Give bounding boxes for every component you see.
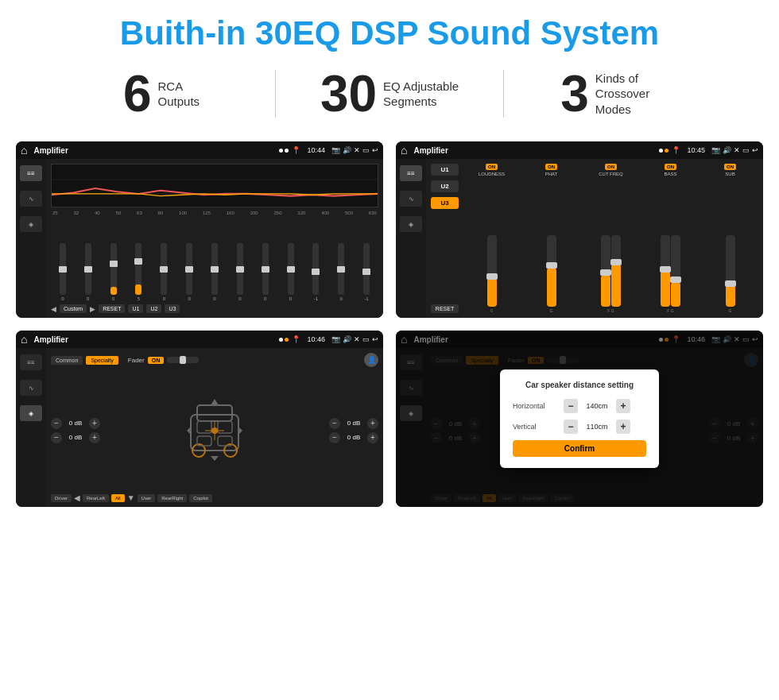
speaker-icon-2[interactable]: ◈ <box>400 216 422 232</box>
speaker-icon-3[interactable]: ◈ <box>20 405 42 421</box>
cutfreq-slider-g[interactable] <box>611 235 621 307</box>
home-icon[interactable]: ⌂ <box>21 144 27 157</box>
db-plus-1[interactable]: + <box>89 418 100 429</box>
user-btn[interactable]: User <box>138 494 156 502</box>
reset-btn-eq[interactable]: RESET <box>99 304 125 313</box>
speaker-icon[interactable]: ◈ <box>20 216 42 232</box>
tab-common[interactable]: Common <box>51 356 83 365</box>
eq-icon[interactable]: ≡≡ <box>20 165 42 181</box>
ch-sub: ON SUB G <box>702 164 758 313</box>
vertical-plus[interactable]: + <box>616 420 630 434</box>
status-icons-1: 📷 🔊 ✕ ▭ ↩ <box>331 146 378 154</box>
ch-cutfreq: ON CUT FREQ <box>583 164 639 313</box>
on-phat[interactable]: ON <box>545 164 557 170</box>
db-row-3: − 0 dB + <box>329 418 378 429</box>
u3-btn-eq[interactable]: U3 <box>165 304 180 313</box>
dot-6 <box>285 338 289 342</box>
fader-label: Fader <box>128 357 145 364</box>
x-icon-2: ✕ <box>734 146 740 154</box>
screen-fader: ⌂ Amplifier 📍 10:46 📷 🔊 ✕ ▭ ↩ ≡≡ ∿ ◈ <box>16 331 383 507</box>
on-sub[interactable]: ON <box>724 164 736 170</box>
u1-btn-eq[interactable]: U1 <box>128 304 143 313</box>
wave-icon-2[interactable]: ∿ <box>400 191 422 207</box>
on-bass[interactable]: ON <box>665 164 676 170</box>
eq-icon-2[interactable]: ≡≡ <box>400 165 422 181</box>
dot-3 <box>659 149 663 153</box>
db-minus-4[interactable]: − <box>329 432 340 443</box>
camera-icon: 📷 <box>331 146 340 154</box>
prev-icon[interactable]: ◀ <box>51 305 56 313</box>
rearright-btn[interactable]: RearRight <box>157 494 187 502</box>
u2-btn-eq[interactable]: U2 <box>146 304 161 313</box>
svg-rect-5 <box>197 405 232 421</box>
xover-channels: ON LOUDNESS 0 <box>463 164 758 313</box>
db-minus-3[interactable]: − <box>329 418 340 429</box>
reset-btn-xover[interactable]: RESET <box>431 304 459 313</box>
u3-btn[interactable]: U3 <box>431 197 459 209</box>
on-cutfreq[interactable]: ON <box>605 164 617 170</box>
stat-rca-label: RCA Outputs <box>158 79 200 110</box>
vertical-minus[interactable]: − <box>564 420 578 434</box>
person-icon[interactable]: 👤 <box>364 353 378 367</box>
u1-btn[interactable]: U1 <box>431 164 459 176</box>
driver-btn[interactable]: Driver <box>51 494 72 502</box>
eq-icon-3[interactable]: ≡≡ <box>20 354 42 370</box>
home-icon-2[interactable]: ⌂ <box>401 144 407 157</box>
statusbar-1: ⌂ Amplifier 📍 10:44 📷 🔊 ✕ ▭ ↩ <box>16 141 383 159</box>
screen2-title: Amplifier <box>413 146 656 155</box>
phat-slider[interactable] <box>547 235 556 307</box>
dot-4 <box>665 149 669 153</box>
db-plus-3[interactable]: + <box>367 418 378 429</box>
side-icons-1: ≡≡ ∿ ◈ <box>16 159 46 318</box>
screen3-body: ≡≡ ∿ ◈ Common Specialty Fader ON 👤 <box>16 348 383 507</box>
window-icon-2: ▭ <box>742 146 750 154</box>
db-minus-1[interactable]: − <box>51 418 62 429</box>
status-icons-3: 📷 🔊 ✕ ▭ ↩ <box>331 335 378 343</box>
fader-main: − 0 dB + − 0 dB + <box>51 370 378 490</box>
bass-slider-g[interactable] <box>671 235 680 307</box>
fader-slider[interactable] <box>167 357 199 363</box>
u2-btn[interactable]: U2 <box>431 180 459 192</box>
horizontal-stepper: − 140cm + <box>564 399 630 413</box>
loudness-slider[interactable] <box>487 235 497 307</box>
dialog-title: Car speaker distance setting <box>513 381 646 389</box>
fader-on-btn[interactable]: ON <box>148 357 165 364</box>
fader-top-bar: Common Specialty Fader ON 👤 <box>51 353 378 367</box>
svg-marker-18 <box>238 427 242 435</box>
stat-crossover-number: 3 <box>560 68 589 119</box>
bass-slider-f[interactable] <box>661 235 670 307</box>
db-val-4: 0 dB <box>343 434 365 441</box>
ch-loudness: ON LOUDNESS 0 <box>463 164 520 313</box>
screen1-time: 10:44 <box>307 146 325 154</box>
confirm-button[interactable]: Confirm <box>513 440 646 457</box>
on-loudness[interactable]: ON <box>486 164 498 170</box>
home-icon-3[interactable]: ⌂ <box>21 333 27 346</box>
back-icon-2[interactable]: ↩ <box>752 146 758 154</box>
volume-icon-3: 🔊 <box>343 335 351 343</box>
dialog-overlay: Car speaker distance setting Horizontal … <box>396 331 763 507</box>
screen-crossover: ⌂ Amplifier 📍 10:45 📷 🔊 ✕ ▭ ↩ ≡≡ ∿ ◈ <box>396 141 763 318</box>
play-icon[interactable]: ▶ <box>90 305 95 313</box>
db-minus-2[interactable]: − <box>51 432 62 443</box>
eq-panel: 2532 4050 6380 100125 160200 250320 4005… <box>46 159 383 318</box>
page-title: Buith-in 30EQ DSP Sound System <box>0 0 779 60</box>
all-btn[interactable]: All <box>111 494 125 502</box>
custom-btn[interactable]: Custom <box>60 304 87 313</box>
horizontal-label: Horizontal <box>513 402 560 410</box>
horizontal-minus[interactable]: − <box>564 399 578 413</box>
back-icon-3[interactable]: ↩ <box>372 335 378 343</box>
tab-specialty[interactable]: Specialty <box>86 356 118 365</box>
db-plus-4[interactable]: + <box>367 432 378 443</box>
cutfreq-slider-f[interactable] <box>601 235 610 307</box>
eq-slider-2: 0 <box>110 243 117 301</box>
copilot-btn[interactable]: Copilot <box>189 494 212 502</box>
wave-icon-3[interactable]: ∿ <box>20 380 42 396</box>
db-plus-2[interactable]: + <box>89 432 100 443</box>
eq-slider-9: 0 <box>288 243 294 301</box>
screen-distance: ⌂ Amplifier 📍 10:46 📷 🔊 ✕ ▭ ↩ ≡≡ ∿ ◈ <box>396 331 763 507</box>
sub-slider[interactable] <box>726 235 735 307</box>
wave-icon[interactable]: ∿ <box>20 191 42 207</box>
rearleft-btn[interactable]: RearLeft <box>83 494 109 502</box>
horizontal-plus[interactable]: + <box>616 399 630 413</box>
back-icon[interactable]: ↩ <box>372 146 378 154</box>
